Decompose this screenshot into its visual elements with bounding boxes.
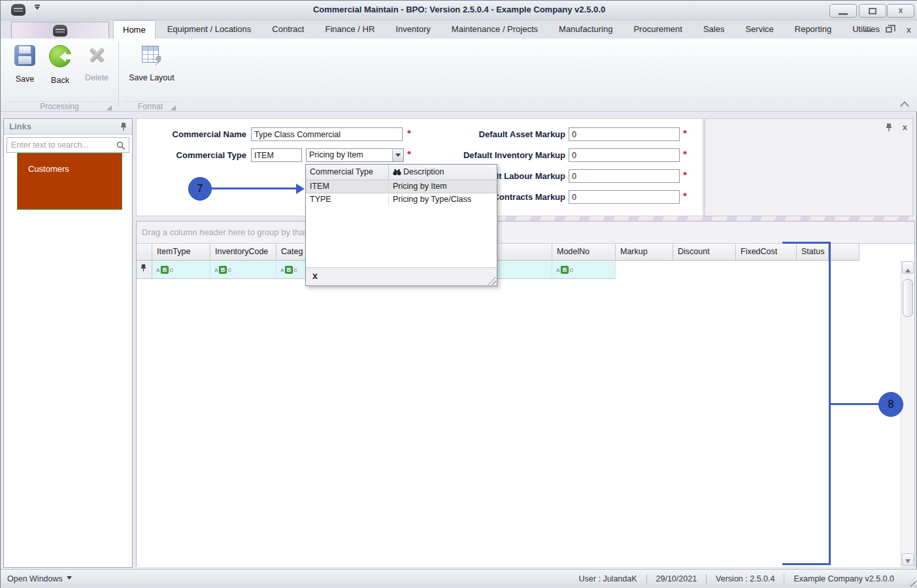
scroll-up-button[interactable]	[902, 261, 914, 274]
commercial-type-dropdown: Commercial Type Description ITEMPricing …	[305, 164, 497, 286]
annotation-connector	[831, 403, 878, 405]
mdi-minimize-icon[interactable]	[863, 30, 871, 32]
link-item-customers[interactable]: Customers	[17, 153, 122, 210]
tab-inventory[interactable]: Inventory	[386, 20, 439, 39]
dropdown-column-description[interactable]: Description	[389, 165, 448, 180]
chevron-down-icon	[67, 576, 72, 582]
close-icon: x	[888, 6, 914, 15]
default-contracts-markup-field[interactable]	[569, 190, 680, 204]
tab-maintenance-projects[interactable]: Maintenance / Projects	[442, 20, 547, 39]
annotation-step-7: 7	[188, 177, 212, 201]
filter-cell[interactable]: ABC	[152, 261, 210, 279]
tab-manufacturing[interactable]: Manufacturing	[550, 20, 622, 39]
abc-filter-icon: ABC	[156, 267, 173, 273]
commercial-type-code-field[interactable]	[251, 148, 302, 162]
required-marker: *	[683, 169, 687, 180]
commercial-type-label: Commercial Type	[142, 148, 246, 160]
dropdown-cell[interactable]: ITEM	[306, 180, 389, 193]
tab-reporting[interactable]: Reporting	[786, 20, 841, 39]
dropdown-row-type[interactable]: TYPEPricing by Type/Class	[306, 193, 497, 206]
scrollbar-thumb[interactable]	[903, 279, 913, 317]
annotation-bracket-bottom	[782, 563, 831, 565]
pin-icon[interactable]	[120, 122, 127, 131]
required-marker: *	[683, 190, 687, 201]
pin-icon[interactable]	[886, 123, 892, 131]
dropdown-cell[interactable]: TYPE	[306, 193, 389, 206]
back-button[interactable]: Back	[41, 42, 79, 103]
window-resize-grip[interactable]	[907, 578, 916, 587]
resize-grip-icon[interactable]	[488, 276, 496, 285]
close-icon[interactable]: x	[903, 122, 907, 132]
scroll-down-button[interactable]	[902, 553, 914, 566]
ribbon-group-separator	[118, 41, 119, 106]
column-header-markup[interactable]: Markup	[616, 244, 673, 261]
column-header[interactable]	[137, 244, 152, 261]
dropdown-cell[interactable]: Pricing by Item	[389, 180, 451, 193]
column-header-modelno[interactable]: ModelNo	[552, 244, 616, 261]
filter-cell[interactable]: ABC	[210, 261, 276, 279]
dropdown-header-row: Commercial Type Description	[306, 165, 497, 180]
delete-x-icon	[87, 45, 107, 65]
abc-filter-icon: ABC	[556, 267, 573, 273]
group-by-hint: Drag a column header here to group by th…	[137, 221, 914, 244]
links-panel: Links Customers	[3, 118, 133, 568]
search-input[interactable]	[7, 138, 129, 152]
tab-home[interactable]: Home	[113, 20, 156, 39]
status-info: User : JulandaK 29/10/2021 Version : 2.5…	[570, 574, 903, 583]
close-button[interactable]: x	[887, 4, 914, 18]
abc-filter-icon: ABC	[280, 267, 297, 273]
search-icon[interactable]	[116, 141, 125, 150]
filter-pin-icon	[141, 263, 146, 272]
commercial-items-grid: Drag a column header here to group by th…	[136, 221, 915, 566]
vertical-scrollbar[interactable]	[901, 261, 914, 566]
required-marker: *	[683, 127, 687, 139]
mdi-restore-icon[interactable]	[886, 27, 892, 33]
dropdown-cell[interactable]: Pricing by Type/Class	[389, 193, 475, 206]
collapse-ribbon-icon[interactable]	[901, 100, 909, 105]
dropdown-column-commercial-type[interactable]: Commercial Type	[306, 165, 389, 180]
tab-finance-hr[interactable]: Finance / HR	[316, 20, 384, 39]
clear-filter-x-icon[interactable]: x	[312, 270, 318, 281]
grid-body	[137, 279, 901, 567]
tab-equipment-locations[interactable]: Equipment / Locations	[158, 20, 261, 39]
filter-row-indicator[interactable]	[137, 261, 152, 279]
delete-button[interactable]: Delete	[78, 42, 116, 103]
application-menu-button[interactable]	[11, 22, 109, 39]
maximize-button[interactable]	[859, 4, 886, 18]
bpo-logo-icon	[53, 25, 67, 37]
column-header-fixedcost[interactable]: FixedCost	[736, 244, 797, 261]
ribbon-tabs: HomeEquipment / LocationsContractFinance…	[113, 20, 892, 39]
tab-contract[interactable]: Contract	[263, 20, 313, 39]
title-bar: Commercial Maintain - BPO: Version 2.5.0…	[1, 1, 917, 20]
open-windows-button[interactable]: Open Windows	[7, 574, 72, 583]
column-header[interactable]	[829, 244, 859, 261]
tab-sales[interactable]: Sales	[694, 20, 734, 39]
mdi-close-icon[interactable]: x	[907, 25, 911, 35]
annotation-arrow-line	[211, 188, 297, 189]
grid-header-row: ItemTypeInventoryCodeCategModelNoMarkupD…	[137, 244, 859, 261]
dropdown-row-item[interactable]: ITEMPricing by Item	[306, 180, 497, 193]
column-header-status[interactable]: Status	[797, 244, 829, 261]
links-panel-header: Links	[4, 119, 132, 135]
save-button[interactable]: Save	[6, 42, 44, 103]
dialog-launcher-icon[interactable]	[171, 105, 176, 110]
status-user: User : JulandaK	[570, 574, 646, 583]
column-header-discount[interactable]: Discount	[673, 244, 736, 261]
default-labour-markup-field[interactable]	[569, 169, 680, 183]
filter-cell[interactable]: ABC	[552, 261, 616, 279]
required-marker: *	[683, 148, 687, 159]
status-company: Example Company v2.5.0.0	[784, 574, 903, 583]
default-inventory-markup-field[interactable]	[569, 148, 680, 162]
tab-service[interactable]: Service	[736, 20, 782, 39]
ribbon-group-format: Format	[124, 101, 177, 112]
tab-procurement[interactable]: Procurement	[624, 20, 691, 39]
dialog-launcher-icon[interactable]	[107, 105, 112, 110]
default-asset-markup-field[interactable]	[569, 127, 680, 141]
save-layout-button[interactable]: Save Layout	[129, 42, 175, 103]
back-arrow-icon	[49, 45, 71, 67]
minimize-button[interactable]	[829, 4, 857, 18]
column-header-itemtype[interactable]: ItemType	[152, 244, 210, 261]
up-arrow-icon	[905, 266, 910, 272]
status-version: Version : 2.5.0.4	[706, 574, 784, 583]
column-header-inventorycode[interactable]: InventoryCode	[210, 244, 276, 261]
